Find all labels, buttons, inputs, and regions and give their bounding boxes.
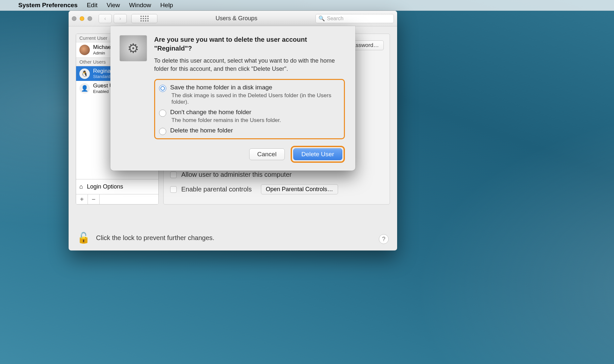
search-placeholder: Search	[327, 16, 344, 22]
radio-desc: The disk image is saved in the Deleted U…	[170, 92, 339, 105]
menubar: System Preferences Edit View Window Help	[0, 0, 614, 11]
user-add-remove-bar: + −	[76, 194, 158, 204]
radio-label: Delete the home folder	[170, 127, 233, 134]
system-prefs-icon	[120, 35, 147, 61]
radio-option-dont-change[interactable]: Don't change the home folder The home fo…	[159, 109, 339, 124]
app-menu[interactable]: System Preferences	[18, 2, 78, 9]
radio-desc: The home folder remains in the Users fol…	[170, 117, 281, 124]
avatar-icon	[79, 45, 90, 55]
lock-row: 🔓 Click the lock to prevent further chan…	[77, 232, 214, 244]
menu-help[interactable]: Help	[160, 2, 173, 9]
cancel-button[interactable]: Cancel	[249, 148, 285, 160]
help-button[interactable]: ?	[379, 234, 389, 244]
search-icon: 🔍	[318, 15, 325, 22]
radio-button[interactable]	[159, 128, 166, 135]
window-traffic-lights	[72, 16, 92, 21]
radio-label: Don't change the home folder	[170, 109, 281, 116]
menu-view[interactable]: View	[106, 2, 120, 9]
login-options-item[interactable]: ⌂ Login Options	[76, 179, 158, 194]
home-folder-options-group: Save the home folder in a disk image The…	[154, 79, 345, 139]
house-icon: ⌂	[79, 183, 83, 190]
avatar-icon: 👤	[79, 83, 90, 94]
radio-button[interactable]	[159, 110, 166, 117]
admin-checkbox-row: Allow user to administer this computer	[170, 171, 383, 178]
back-button[interactable]: ‹	[99, 14, 112, 23]
radio-option-save-disk-image[interactable]: Save the home folder in a disk image The…	[159, 84, 339, 105]
remove-user-button[interactable]: −	[88, 194, 100, 204]
open-parental-controls-button[interactable]: Open Parental Controls…	[261, 184, 338, 194]
dialog-subtext: To delete this user account, select what…	[154, 57, 345, 73]
lock-text: Click the lock to prevent further change…	[96, 234, 214, 242]
menu-window[interactable]: Window	[129, 2, 151, 9]
add-user-button[interactable]: +	[76, 194, 88, 204]
minimize-window-button[interactable]	[80, 16, 84, 21]
admin-checkbox-label: Allow user to administer this computer	[181, 171, 292, 178]
search-field[interactable]: 🔍 Search	[315, 14, 394, 23]
delete-user-dialog: Are you sure you want to delete the user…	[110, 26, 355, 171]
window-title: Users & Groups	[157, 15, 315, 22]
login-options-label: Login Options	[87, 183, 123, 190]
admin-checkbox[interactable]	[170, 172, 177, 178]
dialog-heading: Are you sure you want to delete the user…	[154, 35, 345, 53]
parental-checkbox[interactable]	[170, 186, 177, 193]
highlighted-action: Delete User	[291, 146, 345, 163]
window-titlebar: ‹ › Users & Groups 🔍 Search	[69, 11, 397, 26]
forward-button[interactable]: ›	[114, 14, 127, 23]
spacer	[100, 194, 158, 204]
show-all-button[interactable]	[131, 14, 157, 23]
avatar-icon: 🐧	[79, 68, 90, 79]
close-window-button[interactable]	[72, 16, 76, 21]
delete-user-button[interactable]: Delete User	[293, 148, 342, 160]
unlocked-lock-icon[interactable]: 🔓	[77, 232, 90, 244]
user-role: Admin	[93, 51, 112, 55]
zoom-window-button[interactable]	[88, 16, 92, 21]
user-name: Michael	[93, 44, 112, 51]
radio-button[interactable]	[159, 85, 166, 92]
menu-edit[interactable]: Edit	[87, 2, 98, 9]
grid-icon	[140, 16, 149, 22]
parental-checkbox-label: Enable parental controls	[181, 186, 252, 193]
radio-option-delete-folder[interactable]: Delete the home folder	[159, 127, 339, 135]
parental-checkbox-row: Enable parental controls Open Parental C…	[170, 184, 383, 194]
radio-label: Save the home folder in a disk image	[170, 84, 339, 91]
